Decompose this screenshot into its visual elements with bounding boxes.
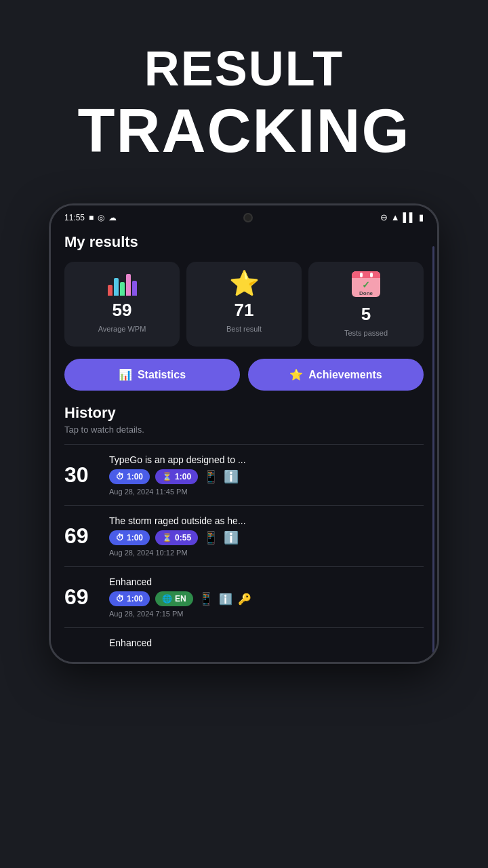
info-icon-1: ℹ️ [224, 469, 239, 484]
status-right: ⊖ ▲ ▌▌ ▮ [380, 212, 424, 222]
done-text: Done [359, 290, 373, 296]
clock-icon-3: ⏱ [116, 594, 124, 604]
tag-time-2: ⏱ 1:00 [109, 530, 150, 545]
history-wpm-1: 30 [64, 462, 100, 488]
history-text-1: TypeGo is an app designed to ... [109, 454, 424, 465]
cloud-icon: ☁ [108, 213, 117, 222]
statistics-icon: 📊 [119, 368, 132, 381]
history-tags-2: ⏱ 1:00 ⏳ 0:55 📱 ℹ️ [109, 530, 424, 545]
stat-label-tests-passed: Tests passed [344, 329, 388, 337]
stat-value-best-result: 71 [235, 300, 254, 321]
page-title: My results [64, 233, 424, 251]
globe-icon-3: 🌐 [162, 594, 172, 604]
history-item-4[interactable]: Enhanced [64, 627, 424, 662]
info-icon-3: ℹ️ [219, 593, 232, 606]
scroll-indicator [432, 246, 434, 662]
stat-value-tests-passed: 5 [361, 304, 371, 325]
calendar-icon: ✓ Done [352, 271, 380, 297]
info-icon-2: ℹ️ [224, 530, 239, 545]
done-icon-container: ✓ Done [352, 271, 380, 300]
tag-time-1: ⏱ 1:00 [109, 469, 150, 484]
hero-section: RESULT TRACKING [0, 0, 488, 180]
key-icon-3: 🔑 [238, 593, 251, 606]
tag-lang-value-3: EN [175, 594, 186, 604]
statistics-label: Statistics [138, 369, 186, 381]
hourglass-icon-1: ⏳ [162, 472, 172, 481]
phone-mockup: 11:55 ■ ◎ ☁ ⊖ ▲ ▌▌ ▮ My results [49, 203, 439, 664]
tag-countdown-1: ⏳ 1:00 [155, 469, 198, 484]
stat-card-average-wpm: 59 Average WPM [64, 262, 180, 347]
history-item-2[interactable]: 69 The storm raged outside as he... ⏱ 1:… [64, 505, 424, 566]
tag-countdown-2: ⏳ 0:55 [155, 530, 198, 545]
history-date-3: Aug 28, 2024 7:15 PM [109, 610, 424, 618]
notification-icon: ■ [89, 213, 94, 222]
tag-time-value-1: 1:00 [127, 472, 143, 481]
history-date-2: Aug 28, 2024 10:12 PM [109, 549, 424, 557]
stat-card-tests-passed: ✓ Done 5 Tests passed [308, 262, 424, 347]
history-text-2: The storm raged outside as he... [109, 515, 424, 526]
history-item-3[interactable]: 69 Enhanced ⏱ 1:00 🌐 EN � [64, 566, 424, 627]
battery-icon: ▮ [419, 212, 424, 222]
history-details-1: TypeGo is an app designed to ... ⏱ 1:00 … [109, 454, 424, 496]
history-section: History Tap to watch details. 30 TypeGo … [64, 404, 424, 662]
tag-time-value-3: 1:00 [127, 594, 143, 604]
stat-value-average-wpm: 59 [113, 300, 132, 321]
hero-line1: RESULT [0, 41, 488, 96]
hero-line2: TRACKING [0, 96, 488, 166]
stat-label-best-result: Best result [226, 325, 262, 333]
status-bar: 11:55 ■ ◎ ☁ ⊖ ▲ ▌▌ ▮ [51, 205, 437, 226]
tag-time-value-2: 1:00 [127, 533, 143, 542]
status-time: 11:55 [64, 213, 85, 222]
tag-lang-3: 🌐 EN [155, 591, 193, 606]
signal-icon: ▌▌ [403, 212, 415, 222]
history-details-3: Enhanced ⏱ 1:00 🌐 EN 📱 ℹ️ [109, 576, 424, 618]
history-text-3: Enhanced [109, 576, 424, 587]
tag-countdown-value-2: 0:55 [175, 533, 191, 542]
calendar-top [352, 271, 380, 278]
tag-time-3: ⏱ 1:00 [109, 591, 150, 606]
achievements-label: Achievements [308, 369, 382, 381]
wifi-icon: ▲ [391, 212, 400, 222]
done-checkmark: ✓ [362, 278, 370, 290]
history-tags-1: ⏱ 1:00 ⏳ 1:00 📱 ℹ️ [109, 469, 424, 484]
do-not-disturb-icon: ⊖ [380, 212, 388, 222]
clock-icon-1: ⏱ [116, 472, 124, 481]
history-subtitle: Tap to watch details. [64, 425, 424, 435]
stat-label-average-wpm: Average WPM [98, 325, 146, 333]
history-details-2: The storm raged outside as he... ⏱ 1:00 … [109, 515, 424, 557]
history-wpm-2: 69 [64, 524, 100, 549]
location-icon: ◎ [98, 213, 104, 222]
achievements-button[interactable]: ⭐ Achievements [248, 359, 424, 391]
tag-countdown-value-1: 1:00 [175, 472, 191, 481]
statistics-button[interactable]: 📊 Statistics [64, 359, 240, 391]
action-buttons-row: 📊 Statistics ⭐ Achievements [64, 359, 424, 391]
history-tags-3: ⏱ 1:00 🌐 EN 📱 ℹ️ 🔑 [109, 591, 424, 606]
phone-icon-2: 📱 [203, 530, 218, 545]
achievements-icon: ⭐ [289, 368, 303, 381]
hourglass-icon-2: ⏳ [162, 533, 172, 542]
history-wpm-3: 69 [64, 585, 100, 610]
clock-icon-2: ⏱ [116, 533, 124, 542]
stat-card-best-result: ⭐ 71 Best result [186, 262, 302, 347]
status-left: 11:55 ■ ◎ ☁ [64, 213, 117, 222]
phone-icon-1: 📱 [203, 469, 218, 484]
history-date-1: Aug 28, 2024 11:45 PM [109, 488, 424, 496]
chart-icon [108, 271, 137, 296]
history-text-4: Enhanced [109, 637, 424, 648]
history-title: History [64, 404, 424, 422]
camera-notch [243, 213, 253, 222]
stats-row: 59 Average WPM ⭐ 71 Best result [64, 262, 424, 347]
star-icon: ⭐ [229, 271, 260, 296]
phone-icon-3: 📱 [199, 591, 214, 606]
history-details-4: Enhanced [109, 637, 424, 652]
history-item-1[interactable]: 30 TypeGo is an app designed to ... ⏱ 1:… [64, 444, 424, 505]
app-content: My results 59 Average WPM [51, 233, 437, 662]
